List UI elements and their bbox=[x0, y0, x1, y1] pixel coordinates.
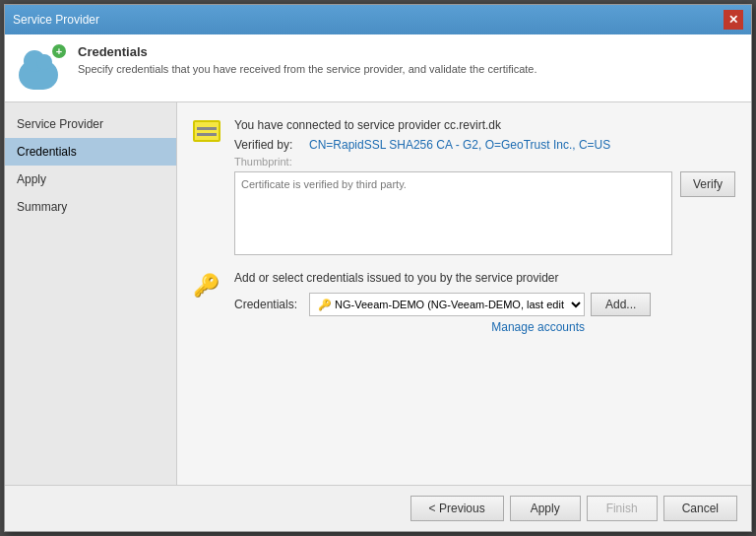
thumbprint-area-wrapper: Verify bbox=[234, 171, 735, 255]
verify-button[interactable]: Verify bbox=[680, 171, 735, 197]
credentials-row: Credentials: 🔑 NG-Veeam-DEMO (NG-Veeam-D… bbox=[234, 293, 735, 316]
close-button[interactable]: ✕ bbox=[724, 10, 743, 30]
verified-row: Verified by: CN=RapidSSL SHA256 CA - G2,… bbox=[234, 138, 735, 152]
dialog-body: Service Provider Credentials Apply Summa… bbox=[5, 102, 751, 485]
dialog-window: Service Provider ✕ + Credentials Specify… bbox=[4, 4, 752, 532]
key-icon: 🔑 bbox=[193, 273, 224, 304]
content-area: You have connected to service provider c… bbox=[177, 102, 751, 485]
dialog-header: + Credentials Specify credentials that y… bbox=[5, 34, 751, 102]
sidebar: Service Provider Credentials Apply Summa… bbox=[5, 102, 177, 485]
header-title: Credentials bbox=[78, 44, 537, 59]
connected-text: You have connected to service provider c… bbox=[234, 118, 735, 132]
add-button[interactable]: Add... bbox=[591, 293, 651, 316]
key-icon-symbol: 🔑 bbox=[193, 273, 220, 298]
credentials-label: Credentials: bbox=[234, 298, 303, 311]
sidebar-item-summary[interactable]: Summary bbox=[5, 193, 176, 221]
header-icon: + bbox=[19, 44, 66, 92]
certificate-section: You have connected to service provider c… bbox=[193, 118, 735, 255]
apply-button[interactable]: Apply bbox=[510, 496, 581, 521]
credentials-info: Add or select credentials issued to you … bbox=[234, 271, 735, 334]
cloud-icon bbox=[19, 60, 58, 90]
thumbprint-textarea[interactable] bbox=[234, 171, 672, 255]
sidebar-item-apply[interactable]: Apply bbox=[5, 166, 176, 193]
certificate-info: You have connected to service provider c… bbox=[234, 118, 735, 255]
certificate-icon bbox=[193, 120, 224, 152]
thumbprint-label: Thumbprint: bbox=[234, 156, 735, 168]
previous-button[interactable]: < Previous bbox=[410, 496, 504, 521]
add-credentials-text: Add or select credentials issued to you … bbox=[234, 271, 735, 285]
header-description: Specify credentials that you have receiv… bbox=[78, 63, 537, 75]
verified-by-label: Verified by: bbox=[234, 138, 303, 152]
plus-badge-icon: + bbox=[52, 44, 66, 58]
header-text: Credentials Specify credentials that you… bbox=[78, 44, 537, 75]
cancel-button[interactable]: Cancel bbox=[663, 496, 737, 521]
credentials-section: 🔑 Add or select credentials issued to yo… bbox=[193, 271, 735, 334]
credentials-select[interactable]: 🔑 NG-Veeam-DEMO (NG-Veeam-DEMO, last edi… bbox=[309, 293, 585, 316]
finish-button[interactable]: Finish bbox=[587, 496, 658, 521]
sidebar-item-service-provider[interactable]: Service Provider bbox=[5, 110, 176, 138]
sidebar-item-credentials[interactable]: Credentials bbox=[5, 138, 176, 166]
cert-icon-inner bbox=[193, 120, 220, 142]
manage-accounts-link[interactable]: Manage accounts bbox=[234, 320, 585, 334]
verified-by-link[interactable]: CN=RapidSSL SHA256 CA - G2, O=GeoTrust I… bbox=[309, 138, 610, 152]
title-bar: Service Provider ✕ bbox=[5, 5, 751, 34]
title-bar-text: Service Provider bbox=[13, 13, 99, 27]
dialog-footer: < Previous Apply Finish Cancel bbox=[5, 485, 751, 531]
